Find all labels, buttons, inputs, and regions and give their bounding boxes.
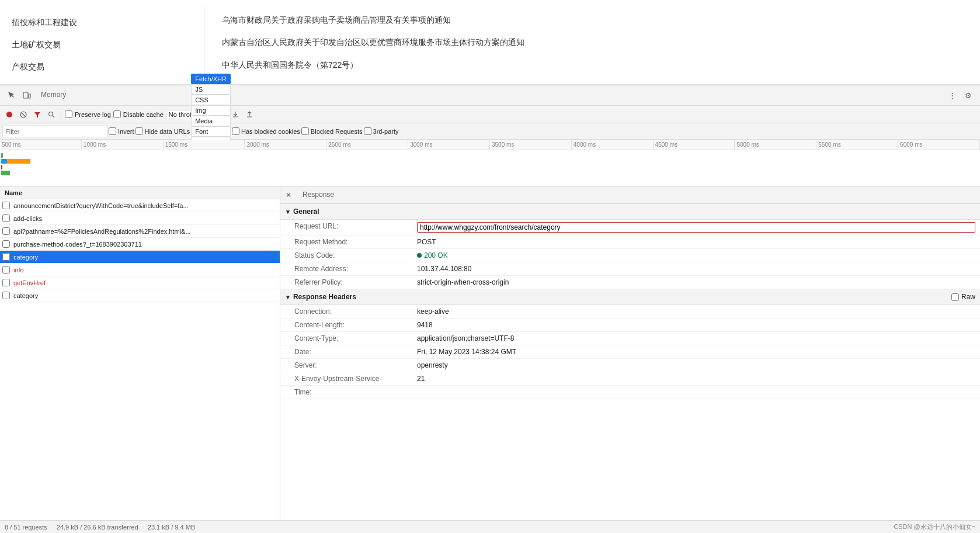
response-headers-section-header[interactable]: ▼ Response Headers Raw — [280, 289, 980, 305]
request-item-checkbox[interactable] — [2, 214, 10, 222]
devtools-tabs-bar: ElementsConsoleSourcesNetworkPerformance… — [0, 85, 980, 106]
request-item-checkbox[interactable] — [2, 279, 10, 286]
timeline-tick: 3000 ms — [408, 140, 490, 150]
response-header-value: openresty — [417, 361, 975, 369]
import-icon[interactable] — [230, 109, 241, 120]
request-url-value[interactable]: http://www.whggzy.com/front/search/categ… — [417, 222, 975, 233]
hide-data-urls-checkbox[interactable]: Hide data URLs — [135, 127, 190, 135]
detail-tab-response[interactable]: Response — [297, 186, 340, 204]
news-item-1[interactable]: 乌海市财政局关于政府采购电子卖场商品管理及有关事项的通知 — [222, 9, 968, 31]
more-tabs-icon[interactable]: ⋮ — [945, 88, 959, 102]
filter-type-fetch/xhr[interactable]: Fetch/XHR — [191, 74, 231, 84]
tabs-right: ⋮ ⚙ — [945, 88, 975, 102]
request-item-name: category — [13, 254, 277, 261]
timeline-ruler: 500 ms1000 ms1500 ms2000 ms2500 ms3000 m… — [0, 140, 980, 150]
timeline-tick: 2000 ms — [245, 140, 326, 150]
request-item-checkbox[interactable] — [2, 202, 10, 209]
clear-button[interactable] — [18, 109, 29, 120]
has-blocked-cookies-checkbox[interactable]: Has blocked cookies — [232, 127, 300, 135]
transferred-size: 24.9 kB / 26.6 kB transferred — [57, 524, 138, 531]
nav-item-1[interactable]: 招投标和工程建设 — [12, 12, 192, 34]
select-element-icon[interactable] — [5, 88, 19, 102]
request-item[interactable]: add-clicks — [0, 212, 280, 225]
timeline-tick: 2500 ms — [326, 140, 408, 150]
third-party-checkbox[interactable]: 3rd-party — [364, 127, 399, 135]
request-method-row: Request Method: POST — [280, 236, 980, 249]
blocked-requests-checkbox[interactable]: Blocked Requests — [301, 127, 363, 135]
request-item[interactable]: info — [0, 264, 280, 276]
filter-type-css[interactable]: CSS — [191, 95, 231, 105]
news-item-2[interactable]: 内蒙古自治区人民政府关于印发自治区以更优营商环境服务市场主体行动方案的通知 — [222, 31, 968, 53]
response-header-label: Content-Length: — [294, 321, 417, 329]
request-item[interactable]: purchase-method-codes?_t=1683902303711 — [0, 238, 280, 251]
request-item-checkbox[interactable] — [2, 292, 10, 299]
request-method-value: POST — [417, 238, 975, 246]
response-headers-arrow: ▼ — [285, 294, 291, 300]
main-area: Name announcementDistrict?queryWithCode=… — [0, 186, 980, 520]
request-item[interactable]: getEnvHref — [0, 276, 280, 289]
status-bar: 8 / 51 requests 24.9 kB / 26.6 kB transf… — [0, 520, 980, 533]
request-item-name: purchase-method-codes?_t=1683902303711 — [13, 241, 277, 248]
request-item-checkbox[interactable] — [2, 253, 10, 261]
watermark: CSDN @永远十八的小仙女~ — [894, 522, 975, 531]
filter-type-media[interactable]: Media — [191, 116, 231, 126]
response-header-row: Date:Fri, 12 May 2023 14:38:24 GMT — [280, 345, 980, 359]
referrer-policy-row: Referrer Policy: strict-origin-when-cros… — [280, 276, 980, 289]
timeline-tick: 3500 ms — [490, 140, 572, 150]
invert-checkbox[interactable]: Invert — [109, 127, 134, 135]
response-header-value: application/json;charset=UTF-8 — [417, 334, 975, 342]
response-header-value: Fri, 12 May 2023 14:38:24 GMT — [417, 348, 975, 356]
request-item[interactable]: announcementDistrict?queryWithCode=true&… — [0, 199, 280, 212]
record-button[interactable] — [4, 109, 15, 120]
nav-item-3[interactable]: 产权交易 — [12, 56, 192, 78]
request-item-checkbox[interactable] — [2, 227, 10, 235]
response-header-label: Date: — [294, 348, 417, 356]
request-item[interactable]: category — [0, 251, 280, 264]
export-icon[interactable] — [244, 109, 255, 120]
preserve-log-checkbox[interactable]: Preserve log — [65, 110, 111, 118]
response-header-value: keep-alive — [417, 307, 975, 316]
timeline-tick: 5500 ms — [816, 140, 898, 150]
request-item-checkbox[interactable] — [2, 240, 10, 248]
request-item[interactable]: api?pathname=%2FPoliciesAndRegulations%2… — [0, 225, 280, 238]
response-header-label: X-Envoy-Upstream-Service- — [294, 375, 417, 383]
request-item-name: announcementDistrict?queryWithCode=true&… — [13, 202, 277, 209]
timeline: 500 ms1000 ms1500 ms2000 ms2500 ms3000 m… — [0, 140, 980, 186]
filter-icon[interactable] — [32, 109, 43, 120]
filter-type-img[interactable]: Img — [191, 105, 231, 116]
nav-item-2[interactable]: 土地矿权交易 — [12, 34, 192, 56]
search-icon[interactable] — [46, 109, 57, 120]
filter-input[interactable] — [2, 126, 107, 137]
network-toolbar: Preserve log Disable cache No throttling — [0, 106, 980, 123]
request-list-header: Name — [0, 186, 280, 199]
referrer-policy-value: strict-origin-when-cross-origin — [417, 278, 975, 286]
request-item[interactable]: category — [0, 289, 280, 302]
disable-cache-checkbox[interactable]: Disable cache — [113, 110, 164, 118]
close-detail-icon[interactable]: ✕ — [283, 189, 294, 201]
filter-type-js[interactable]: JS — [191, 84, 231, 95]
request-item-name: getEnvHref — [13, 279, 277, 286]
requests-count: 8 / 51 requests — [5, 524, 47, 531]
timeline-tick: 5000 ms — [735, 140, 816, 150]
filter-bar: Invert Hide data URLs Fetch/XHRJSCSSImgM… — [0, 123, 980, 140]
request-item-checkbox[interactable] — [2, 266, 10, 274]
filter-type-font[interactable]: Font — [191, 126, 231, 137]
website-nav: 招投标和工程建设 土地矿权交易 产权交易 — [12, 6, 204, 78]
timeline-bars — [0, 150, 980, 186]
response-header-row: Connection:keep-alive — [280, 305, 980, 319]
general-section-header[interactable]: ▼ General — [280, 204, 980, 220]
raw-checkbox[interactable]: Raw — [951, 293, 975, 301]
response-headers-rows: Connection:keep-aliveContent-Length:9418… — [280, 305, 980, 399]
timeline-tick: 6000 ms — [898, 140, 980, 150]
general-arrow: ▼ — [285, 209, 291, 215]
timeline-tick: 4000 ms — [572, 140, 654, 150]
referrer-policy-label: Referrer Policy: — [294, 278, 417, 286]
devtools-panel: ElementsConsoleSourcesNetworkPerformance… — [0, 85, 980, 533]
request-url-row: Request URL: http://www.whggzy.com/front… — [280, 220, 980, 236]
tab-memory[interactable]: Memory — [35, 85, 121, 106]
device-mode-icon[interactable] — [20, 88, 34, 102]
separator-1 — [61, 110, 61, 119]
news-item-3[interactable]: 中华人民共和国国务院令（第722号） — [222, 54, 968, 76]
timeline-tick: 1000 ms — [82, 140, 164, 150]
settings-icon[interactable]: ⚙ — [961, 88, 975, 102]
